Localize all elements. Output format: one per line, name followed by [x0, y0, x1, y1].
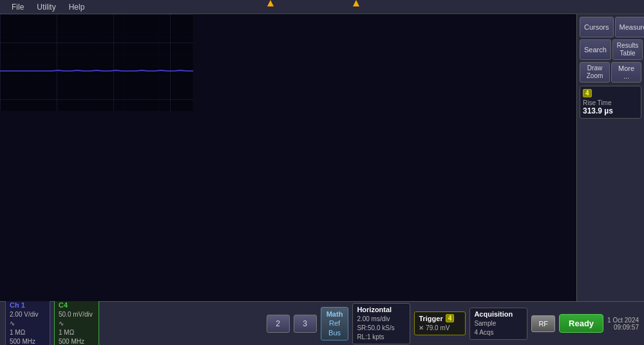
date-display: 1 Oct 2024 09:09:57	[607, 317, 639, 331]
ch4-label: C4	[59, 301, 95, 309]
trigger-section[interactable]: Trigger 4 ✕ 79.0 mV	[414, 311, 466, 335]
measurement-box: 4 Rise Time 313.9 µs	[580, 86, 641, 119]
math-label: Math	[327, 310, 343, 319]
ch1-volts: 2.00 V/div	[10, 310, 46, 319]
trigger-channel: 4	[446, 314, 455, 322]
acquisition-section[interactable]: Acquisition Sample 4 Acqs	[469, 308, 527, 340]
main-content: 3.20 V 1.20 V -800 mV -2.80 V -4.80 V -6…	[0, 14, 644, 301]
ch1-label: Ch 1	[10, 301, 46, 309]
menu-bar: File Utility Help	[0, 0, 644, 14]
acq-count: 4 Acqs	[474, 328, 523, 337]
cursors-button[interactable]: Cursors	[580, 17, 614, 37]
more-button[interactable]: More ...	[611, 62, 641, 83]
bus-label: Bus	[328, 328, 341, 337]
ch4-bandwidth: 500 MHz	[59, 337, 95, 346]
measurement-value: 313.9 µs	[583, 106, 638, 115]
scope-display[interactable]: 3.20 V 1.20 V -800 mV -2.80 V -4.80 V -6…	[0, 14, 576, 301]
acq-mode: Sample	[474, 319, 523, 328]
ch4-coupling: ∿	[59, 319, 95, 328]
trigger-title: Trigger	[419, 315, 442, 322]
ref-label: Ref	[329, 319, 340, 328]
math-ref-bus-button[interactable]: Math Ref Bus	[321, 307, 349, 340]
btn3[interactable]: 3	[294, 315, 317, 333]
ch4-info[interactable]: C4 50.0 mV/div ∿ 1 MΩ 500 MHz	[54, 299, 99, 346]
trigger-level: ✕ 79.0 mV	[419, 324, 461, 333]
menu-utility[interactable]: Utility	[30, 3, 62, 12]
ready-button[interactable]: Ready	[559, 314, 603, 333]
sample-rate: SR:50.0 kS/s	[357, 324, 406, 333]
grid-canvas: 3.20 V 1.20 V -800 mV -2.80 V -4.80 V -6…	[0, 14, 193, 111]
measure-button[interactable]: Measure	[615, 17, 644, 37]
results-table-button[interactable]: ResultsTable	[612, 39, 643, 60]
bottom-bar: Ch 1 2.00 V/div ∿ 1 MΩ 500 MHz C4 50.0 m…	[0, 301, 644, 345]
channel-badge: 4	[583, 89, 592, 97]
ch1-impedance: 1 MΩ	[10, 328, 46, 337]
ch1-coupling: ∿	[10, 319, 46, 328]
horizontal-title: Horizontal	[357, 306, 406, 313]
search-button[interactable]: Search	[580, 39, 611, 60]
horizontal-section[interactable]: Horizontal 2.00 ms/div SR:50.0 kS/s RL:1…	[352, 303, 410, 344]
menu-file[interactable]: File	[5, 3, 30, 12]
ch4-volts: 50.0 mV/div	[59, 310, 95, 319]
date-line2: 09:09:57	[607, 324, 639, 331]
record-length: RL:1 kpts	[357, 333, 406, 342]
ch1-info[interactable]: Ch 1 2.00 V/div ∿ 1 MΩ 500 MHz	[5, 299, 50, 346]
ch4-impedance: 1 MΩ	[59, 328, 95, 337]
right-sidebar: Cursors Measure Search ResultsTable Draw…	[576, 14, 644, 301]
rf-button[interactable]: RF	[531, 315, 555, 332]
menu-help[interactable]: Help	[62, 3, 91, 12]
time-div: 2.00 ms/div	[357, 315, 406, 324]
btn2[interactable]: 2	[267, 315, 290, 333]
acquisition-title: Acquisition	[474, 310, 523, 318]
draw-zoom-button[interactable]: DrawZoom	[580, 62, 610, 83]
ch1-bandwidth: 500 MHz	[10, 337, 46, 346]
date-line1: 1 Oct 2024	[607, 317, 639, 324]
measurement-label: Rise Time	[583, 99, 638, 106]
svg-rect-2	[0, 14, 193, 111]
